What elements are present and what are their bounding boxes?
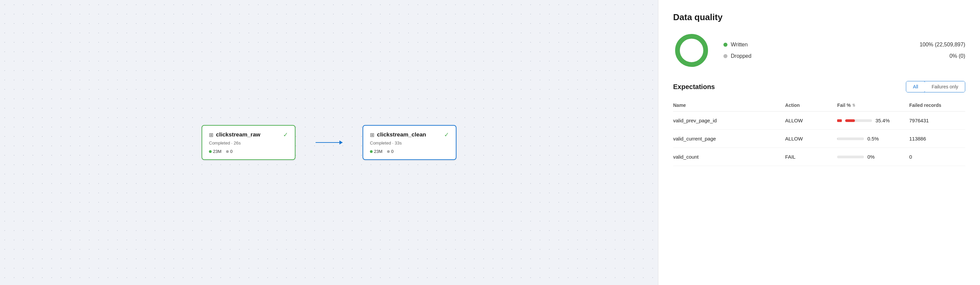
expectation-action: FAIL xyxy=(785,148,837,166)
gray-dot-raw xyxy=(226,150,229,153)
expectation-action: ALLOW xyxy=(785,130,837,148)
legend-written: Written 100% (22,509,897) xyxy=(724,42,965,48)
filter-buttons: All Failures only xyxy=(906,81,965,93)
expectation-name: valid_prev_page_id xyxy=(673,112,785,130)
check-complete-icon-clean: ✓ xyxy=(444,131,449,138)
legend-dot-written xyxy=(724,43,727,47)
node-clean-header: ⊞ clickstream_clean ✓ xyxy=(370,131,449,138)
node-clean-title: clickstream_clean xyxy=(377,131,426,138)
sort-icon: ⇅ xyxy=(852,103,855,107)
legend-value-dropped: 0% (0) xyxy=(950,53,965,59)
expectation-failed-records: 113886 xyxy=(909,130,965,148)
donut-chart xyxy=(673,32,710,69)
fail-indicator-red xyxy=(837,119,842,122)
fail-pct-label: 0% xyxy=(867,154,875,160)
expectation-name: valid_current_page xyxy=(673,130,785,148)
pipeline-canvas: ⊞ clickstream_raw ✓ Completed · 26s 23M … xyxy=(0,0,658,285)
arrow-line xyxy=(316,142,342,143)
progress-bar-container: 0% xyxy=(837,154,909,160)
table-row[interactable]: valid_current_pageALLOW0.5%113886 xyxy=(673,130,965,148)
filter-failures-button[interactable]: Failures only xyxy=(925,81,965,92)
node-title-row: ⊞ clickstream_raw xyxy=(209,131,260,138)
metric-green-value-clean: 23M xyxy=(374,149,382,154)
table-icon: ⊞ xyxy=(209,132,213,138)
expectations-header: Expectations All Failures only xyxy=(673,81,965,93)
legend-dropped-left: Dropped xyxy=(724,53,751,59)
expectation-action: ALLOW xyxy=(785,112,837,130)
svg-point-1 xyxy=(678,36,706,64)
node-clean-status: Completed · 33s xyxy=(370,141,449,146)
node-clickstream-raw[interactable]: ⊞ clickstream_raw ✓ Completed · 26s 23M … xyxy=(202,125,296,160)
fail-pct-label: 0.5% xyxy=(867,136,879,141)
quality-title: Data quality xyxy=(673,12,965,22)
node-clickstream-clean[interactable]: ⊞ clickstream_clean ✓ Completed · 33s 23… xyxy=(363,125,457,160)
pipeline-arrow xyxy=(316,142,342,143)
check-complete-icon: ✓ xyxy=(283,131,288,138)
expectation-fail-pct: 0.5% xyxy=(837,130,909,148)
node-clean-metrics: 23M 0 xyxy=(370,149,449,154)
expectation-failed-records: 7976431 xyxy=(909,112,965,130)
legend-written-left: Written xyxy=(724,42,748,48)
legend-value-written: 100% (22,509,897) xyxy=(920,42,965,48)
node-raw-title: clickstream_raw xyxy=(216,131,260,138)
legend-label-dropped: Dropped xyxy=(731,53,751,59)
table-row[interactable]: valid_prev_page_idALLOW35.4%7976431 xyxy=(673,112,965,130)
pipeline-nodes: ⊞ clickstream_raw ✓ Completed · 26s 23M … xyxy=(202,125,457,160)
node-header: ⊞ clickstream_raw ✓ xyxy=(209,131,288,138)
progress-bar-container: 35.4% xyxy=(837,118,909,123)
col-header-fail[interactable]: Fail % ⇅ xyxy=(837,99,909,112)
fail-pct-label: 35.4% xyxy=(875,118,890,123)
green-dot-raw xyxy=(209,150,212,153)
col-header-failed-records: Failed records xyxy=(909,99,965,112)
col-header-name: Name xyxy=(673,99,785,112)
node-raw-metrics: 23M 0 xyxy=(209,149,288,154)
metric-gray-raw: 0 xyxy=(226,149,232,154)
progress-bar-container: 0.5% xyxy=(837,136,909,141)
expectation-fail-pct: 35.4% xyxy=(837,112,909,130)
donut-section: Written 100% (22,509,897) Dropped 0% (0) xyxy=(673,32,965,69)
quality-panel: Data quality Written 100% (22,509,897) D… xyxy=(658,0,980,285)
legend-dropped: Dropped 0% (0) xyxy=(724,53,965,59)
table-row[interactable]: valid_countFAIL0%0 xyxy=(673,148,965,166)
progress-bar-bg xyxy=(837,138,864,140)
metric-green-clean: 23M xyxy=(370,149,382,154)
metric-green-raw: 23M xyxy=(209,149,221,154)
node-raw-status: Completed · 26s xyxy=(209,141,288,146)
legend-label-written: Written xyxy=(731,42,748,48)
progress-bar-bg xyxy=(837,155,864,158)
metric-gray-value-raw: 0 xyxy=(230,149,232,154)
legend-dot-dropped xyxy=(724,54,727,58)
expectation-name: valid_count xyxy=(673,148,785,166)
metric-gray-value-clean: 0 xyxy=(391,149,393,154)
col-header-action: Action xyxy=(785,99,837,112)
filter-all-button[interactable]: All xyxy=(906,81,925,93)
node-clean-title-row: ⊞ clickstream_clean xyxy=(370,131,426,138)
progress-bar-fill xyxy=(845,119,854,122)
gray-dot-clean xyxy=(387,150,390,153)
expectations-table: Name Action Fail % ⇅ Failed records vali… xyxy=(673,99,965,166)
table-icon-clean: ⊞ xyxy=(370,132,374,138)
expectation-fail-pct: 0% xyxy=(837,148,909,166)
metric-gray-clean: 0 xyxy=(387,149,393,154)
green-dot-clean xyxy=(370,150,372,153)
expectations-title: Expectations xyxy=(673,83,715,91)
metric-green-value-raw: 23M xyxy=(213,149,221,154)
legend-items: Written 100% (22,509,897) Dropped 0% (0) xyxy=(724,42,965,59)
expectation-failed-records: 0 xyxy=(909,148,965,166)
progress-bar-bg xyxy=(845,119,872,122)
